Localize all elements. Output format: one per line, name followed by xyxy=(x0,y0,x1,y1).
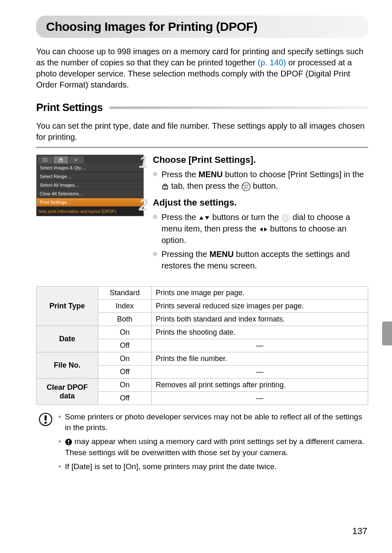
text: tab, then press the xyxy=(169,181,242,190)
camera-screenshot: Select Images & Qty.… Select Range… Sele… xyxy=(36,155,144,277)
page-title: Choosing Images for Printing (DPOF) xyxy=(36,16,368,38)
svg-point-12 xyxy=(44,421,47,424)
svg-text:SET: SET xyxy=(244,187,248,189)
screenshot-tab-play xyxy=(38,156,53,164)
desc-cell: Prints the file number. xyxy=(152,352,368,366)
step-area: Select Images & Qty.… Select Range… Sele… xyxy=(36,155,368,277)
exclamation-icon xyxy=(65,438,72,446)
intro-paragraph: You can choose up to 998 images on a mem… xyxy=(36,46,368,90)
text: button. xyxy=(251,181,278,190)
option-cell: Off xyxy=(98,366,152,379)
svg-rect-4 xyxy=(164,184,166,186)
bullet-icon xyxy=(153,215,157,219)
menu-button-label: MENU xyxy=(198,170,223,179)
step-bullet: Press the MENU button to choose [Print S… xyxy=(153,169,368,192)
option-cell: Off xyxy=(98,339,152,352)
screenshot-row-selected: Print Settings… xyxy=(37,198,143,207)
desc-cell: Prints the shooting date. xyxy=(152,326,368,339)
divider xyxy=(36,147,368,148)
control-dial-icon xyxy=(281,213,290,222)
step-title: Choose [Print Settings]. xyxy=(153,155,368,165)
text: If [Date] is set to [On], some printers … xyxy=(65,462,277,471)
row-head: Clear DPOF data xyxy=(37,379,98,405)
svg-rect-3 xyxy=(163,186,168,189)
menu-button-label: MENU xyxy=(210,250,234,259)
func-set-button-icon: FUNC.SET xyxy=(242,182,251,191)
side-tab xyxy=(382,322,392,345)
text: Pressing the xyxy=(161,250,210,259)
text: Press the xyxy=(161,170,198,179)
svg-rect-2 xyxy=(60,158,62,160)
row-head: Date xyxy=(37,326,98,352)
step-1: 1 Choose [Print Settings]. Press the MEN… xyxy=(153,155,368,192)
desc-cell: Prints several reduced size images per p… xyxy=(152,300,368,313)
text: button to choose [Print Settings] in the xyxy=(223,170,364,179)
svg-rect-11 xyxy=(45,415,47,421)
step-number: 1 xyxy=(139,153,148,171)
svg-point-9 xyxy=(284,216,288,220)
row-head: File No. xyxy=(37,352,98,379)
table-row: Print Type Standard Prints one image per… xyxy=(37,287,368,300)
caution-list: Some printers or photo developer service… xyxy=(58,412,366,475)
settings-table: Print Type Standard Prints one image per… xyxy=(36,286,368,405)
desc-cell: — xyxy=(152,392,368,405)
option-cell: On xyxy=(98,379,152,392)
desc-cell: — xyxy=(152,339,368,352)
screenshot-tabs xyxy=(37,155,143,164)
svg-rect-14 xyxy=(68,440,69,443)
left-right-arrows-icon xyxy=(259,227,268,232)
option-cell: On xyxy=(98,326,152,339)
steps-column: 1 Choose [Print Settings]. Press the MEN… xyxy=(153,155,368,277)
page-ref-link[interactable]: (p. 140) xyxy=(258,58,286,67)
step-bullet: Pressing the MENU button accepts the set… xyxy=(153,248,368,271)
section-intro: You can set the print type, date and fil… xyxy=(36,120,368,143)
svg-point-8 xyxy=(282,214,289,222)
screenshot-row: Clear All Selections… xyxy=(37,190,143,198)
table-row: Clear DPOF data On Removes all print set… xyxy=(37,379,368,392)
desc-cell: Removes all print settings after printin… xyxy=(152,379,368,392)
bullet-text: Press the buttons or turn the dial to ch… xyxy=(161,211,368,246)
caution-item: may appear when using a memory card with… xyxy=(58,436,366,458)
step-title: Adjust the settings. xyxy=(153,197,368,208)
option-cell: Standard xyxy=(98,287,152,300)
screenshot-footer: Sets print information and layout (DPOF) xyxy=(37,207,143,216)
section-heading-text: Print Settings xyxy=(36,101,103,114)
screenshot-row: Select Images & Qty.… xyxy=(37,164,143,172)
screenshot-tab-tools xyxy=(69,156,84,164)
svg-rect-1 xyxy=(59,160,62,162)
svg-point-15 xyxy=(68,443,69,444)
desc-cell: Prints both standard and index formats. xyxy=(152,313,368,326)
up-down-arrows-icon xyxy=(198,215,210,221)
bullet-icon xyxy=(153,252,157,256)
text: buttons or turn the xyxy=(210,213,281,222)
caution-box: Some printers or photo developer service… xyxy=(36,412,368,475)
bullet-text: Press the MENU button to choose [Print S… xyxy=(161,169,368,192)
step-bullet: Press the buttons or turn the dial to ch… xyxy=(153,211,368,246)
bullet-icon xyxy=(153,172,157,176)
text: Press the xyxy=(161,213,198,222)
step-number: 2 xyxy=(139,196,148,214)
caution-item: If [Date] is set to [On], some printers … xyxy=(58,461,366,472)
option-cell: On xyxy=(98,352,152,366)
screenshot-row: Select Range… xyxy=(37,172,143,181)
screenshot-row: Select All Images… xyxy=(37,181,143,190)
print-tab-icon xyxy=(161,183,169,190)
caution-icon xyxy=(39,412,53,426)
option-cell: Index xyxy=(98,300,152,313)
option-cell: Off xyxy=(98,392,152,405)
page-number: 137 xyxy=(352,526,367,537)
screenshot-tab-print xyxy=(53,156,68,164)
bullet-text: Pressing the MENU button accepts the set… xyxy=(161,248,368,271)
desc-cell: Prints one image per page. xyxy=(152,287,368,300)
row-head: Print Type xyxy=(37,287,98,326)
option-cell: Both xyxy=(98,313,152,326)
section-heading: Print Settings xyxy=(36,101,368,114)
caution-item: Some printers or photo developer service… xyxy=(58,412,366,433)
text: Some printers or photo developer service… xyxy=(65,412,362,432)
table-row: File No. On Prints the file number. xyxy=(37,352,368,366)
text: may appear when using a memory card with… xyxy=(65,437,364,456)
desc-cell: — xyxy=(152,366,368,379)
step-2: 2 Adjust the settings. Press the buttons… xyxy=(153,197,368,271)
table-row: Date On Prints the shooting date. xyxy=(37,326,368,339)
